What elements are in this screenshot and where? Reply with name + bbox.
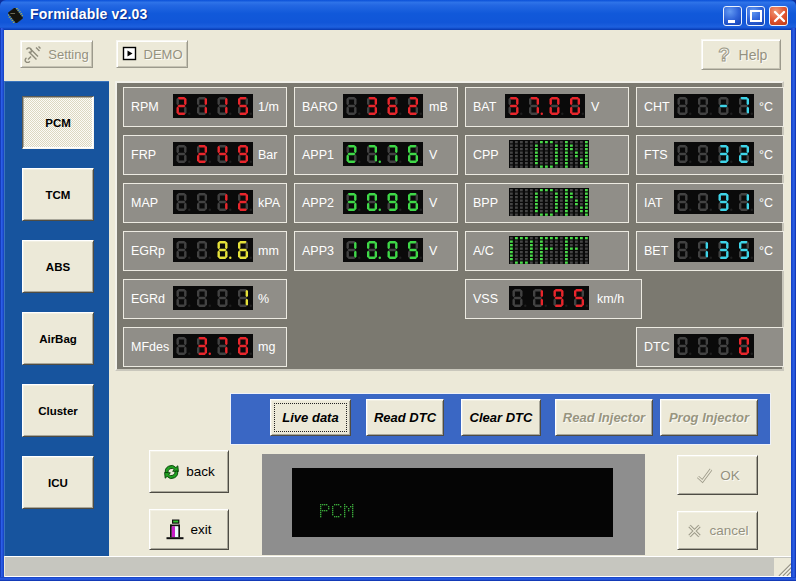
back-button[interactable]: back — [149, 450, 229, 493]
display-box-mfdes: MFdesmg — [123, 327, 287, 367]
led-display-vss — [509, 286, 589, 310]
display-box-egrd: EGRd% — [123, 279, 287, 319]
status-bar — [5, 556, 791, 576]
setting-label: Setting — [48, 47, 88, 62]
sidebar-item-label: TCM — [46, 189, 71, 201]
sidebar-item-abs[interactable]: ABS — [22, 240, 94, 293]
exit-button[interactable]: exit — [149, 509, 229, 550]
display-box-frp: FRPBar — [123, 135, 287, 175]
ok-button[interactable]: OK — [677, 455, 758, 495]
display-unit: °C — [759, 148, 773, 162]
window-title: Formidable v2.03 — [30, 6, 148, 22]
display-box-bet: BET°C — [636, 231, 784, 271]
display-unit: V — [429, 148, 437, 162]
display-label: APP2 — [302, 196, 334, 210]
sidebar-item-icu[interactable]: ICU — [22, 456, 94, 509]
display-label: CHT — [644, 100, 670, 114]
display-box-map: MAPkPA — [123, 183, 287, 223]
led-display-cht — [674, 94, 754, 118]
cancel-button[interactable]: cancel — [677, 511, 758, 550]
display-unit: kPA — [258, 196, 280, 210]
tools-icon — [24, 45, 42, 63]
sidebar-item-label: AirBag — [39, 333, 77, 345]
demo-button[interactable]: DEMO — [116, 40, 188, 68]
display-label: BPP — [473, 196, 498, 210]
sidebar-item-airbag[interactable]: AirBag — [22, 312, 94, 365]
display-label: EGRp — [131, 244, 165, 258]
led-display-iat — [674, 190, 754, 214]
exit-label: exit — [190, 522, 211, 537]
display-unit: km/h — [597, 292, 624, 306]
display-box-egrp: EGRpmm — [123, 231, 287, 271]
help-label: Help — [739, 47, 768, 63]
band-button-read-dtc[interactable]: Read DTC — [366, 399, 444, 436]
sidebar-item-tcm[interactable]: TCM — [22, 168, 94, 221]
back-label: back — [186, 464, 215, 479]
exit-door-icon — [166, 519, 184, 540]
display-unit: % — [258, 292, 269, 306]
display-box-cpp: CPP — [465, 135, 629, 175]
app-chip-icon — [8, 8, 23, 23]
led-display-egrp — [173, 238, 253, 262]
display-label: APP3 — [302, 244, 334, 258]
display-label: VSS — [473, 292, 498, 306]
lcd-bezel — [262, 454, 645, 555]
led-display-map — [173, 190, 253, 214]
help-button[interactable]: ? Help — [701, 39, 781, 70]
display-label: BARO — [302, 100, 337, 114]
display-label: CPP — [473, 148, 499, 162]
command-band: Live dataRead DTCClear DTCRead InjectorP… — [230, 393, 771, 445]
band-button-read-injector[interactable]: Read Injector — [555, 399, 653, 436]
band-button-live-data[interactable]: Live data — [270, 399, 351, 436]
display-unit: Bar — [258, 148, 277, 162]
display-box-iat: IAT°C — [636, 183, 784, 223]
matrix-display-bpp — [509, 188, 589, 216]
check-icon — [695, 467, 714, 484]
led-panel: RPM1/mFRPBarMAPkPAEGRpmmEGRd%MFdesmgBARO… — [115, 81, 784, 371]
minimize-button[interactable] — [723, 6, 742, 26]
display-label: FRP — [131, 148, 156, 162]
band-button-label: Read Injector — [563, 410, 645, 425]
display-label: BAT — [473, 100, 496, 114]
led-display-app3 — [343, 238, 423, 262]
display-box-vss: VSSkm/h — [465, 279, 642, 319]
display-label: A/C — [473, 244, 494, 258]
screen-text — [320, 504, 356, 518]
maximize-button[interactable] — [746, 6, 765, 26]
band-button-prog-injector[interactable]: Prog Injector — [660, 399, 758, 436]
display-label: EGRd — [131, 292, 165, 306]
ok-label: OK — [720, 468, 740, 483]
display-box-app2: APP2V — [294, 183, 458, 223]
led-display-dtc — [674, 334, 754, 358]
band-button-label: Prog Injector — [669, 410, 749, 425]
display-label: RPM — [131, 100, 159, 114]
play-icon — [122, 46, 138, 62]
led-display-mfdes — [173, 334, 253, 358]
svg-text:?: ? — [718, 45, 730, 64]
display-label: APP1 — [302, 148, 334, 162]
band-button-clear-dtc[interactable]: Clear DTC — [461, 399, 541, 436]
sidebar-item-pcm[interactable]: PCM — [22, 96, 94, 149]
question-icon: ? — [715, 45, 733, 64]
display-label: DTC — [644, 340, 670, 354]
display-label: FTS — [644, 148, 668, 162]
display-label: MAP — [131, 196, 158, 210]
display-box-bpp: BPP — [465, 183, 629, 223]
window-frame-bottom — [0, 577, 796, 581]
setting-button[interactable]: Setting — [20, 40, 93, 68]
display-box-dtc: DTC — [636, 327, 784, 367]
window-frame-right — [791, 28, 796, 581]
sidebar-item-cluster[interactable]: Cluster — [22, 384, 94, 437]
display-unit: °C — [759, 100, 773, 114]
display-box-fts: FTS°C — [636, 135, 784, 175]
resize-grip[interactable] — [774, 558, 791, 576]
sidebar-item-label: PCM — [45, 117, 71, 129]
led-display-bet — [674, 238, 754, 262]
sidebar-item-label: Cluster — [38, 405, 78, 417]
close-button[interactable] — [769, 6, 788, 26]
demo-label: DEMO — [144, 47, 183, 62]
lcd-screen — [292, 468, 613, 537]
app-window: Formidable v2.03 Setting — [0, 0, 796, 581]
display-unit: V — [591, 100, 599, 114]
display-box-cht: CHT°C — [636, 87, 784, 127]
